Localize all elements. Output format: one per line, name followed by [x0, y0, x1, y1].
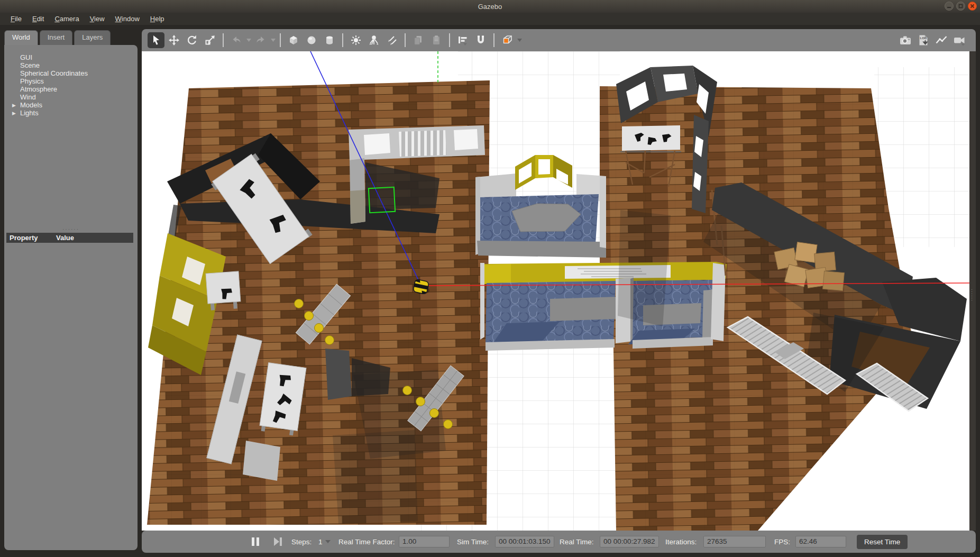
gazebo-window: { "window": { "title": "Gazebo", "contro… [0, 0, 980, 557]
menu-camera[interactable]: Camera [49, 14, 84, 24]
title-bar: Gazebo [0, 0, 980, 13]
menu-file[interactable]: File [5, 14, 27, 24]
dropdown-caret-icon [246, 39, 251, 42]
minimize-button[interactable] [945, 2, 954, 11]
steps-label: Steps: [291, 538, 312, 546]
main-area: LOG [142, 29, 976, 531]
rtf-label: Real Time Factor: [338, 538, 395, 546]
rtf-value-field[interactable]: 1.00 [399, 536, 450, 547]
rotate-icon [186, 34, 198, 47]
paste-button[interactable] [428, 32, 445, 48]
menu-bar: File Edit Camera View Window Help [0, 13, 980, 25]
copy-button[interactable] [410, 32, 427, 48]
rotate-tool-button[interactable] [184, 32, 200, 48]
property-column-header: Property [6, 233, 55, 243]
point-light-button[interactable] [347, 32, 364, 48]
toolbar-separator [493, 33, 494, 47]
gray-table [550, 297, 618, 321]
pause-button[interactable] [250, 531, 261, 553]
close-icon [970, 4, 975, 8]
scale-tool-button[interactable] [202, 32, 218, 48]
toolbar-separator [405, 33, 406, 47]
expand-arrow-icon[interactable]: ▶ [12, 102, 16, 109]
view-angle-cube-icon [500, 33, 514, 47]
tree-item-wind[interactable]: Wind [4, 93, 138, 101]
menu-view[interactable]: View [85, 14, 110, 24]
reset-time-button[interactable]: Reset Time [857, 535, 908, 549]
render-viewport[interactable] [142, 51, 969, 531]
translate-tool-button[interactable] [166, 32, 182, 48]
blue-carpet-rooms-lower [480, 262, 727, 351]
plot-button[interactable] [933, 32, 950, 48]
undo-history-button[interactable] [245, 32, 252, 48]
dropdown-caret-icon [271, 39, 276, 42]
maximize-icon [958, 4, 963, 8]
tree-item-atmosphere[interactable]: Atmosphere [4, 85, 138, 93]
tab-insert[interactable]: Insert [40, 30, 73, 45]
spot-light-button[interactable] [365, 32, 382, 48]
fps-label: FPS: [774, 538, 790, 546]
redo-icon [254, 34, 267, 47]
insert-sphere-button[interactable] [303, 32, 320, 48]
scene-3d [142, 51, 969, 531]
redo-button[interactable] [252, 32, 269, 48]
snap-tool-button[interactable] [472, 32, 489, 48]
step-button[interactable] [272, 531, 283, 553]
toolbar-separator [280, 33, 281, 47]
toolbar-separator [342, 33, 343, 47]
record-video-button[interactable] [951, 32, 968, 48]
align-icon [456, 34, 469, 47]
menu-help[interactable]: Help [145, 14, 170, 24]
world-tree-panel: GUI Scene Spherical Coordinates Physics … [4, 45, 138, 550]
select-tool-button[interactable] [148, 32, 164, 48]
directional-light-button[interactable] [383, 32, 400, 48]
tab-world[interactable]: World [4, 30, 38, 45]
toolbar-right-group: LOG [896, 32, 968, 48]
svg-text:LOG: LOG [920, 36, 927, 40]
menu-edit[interactable]: Edit [27, 14, 49, 24]
real-time-value-field: 00 00:00:27.982 [600, 536, 659, 547]
undo-button[interactable] [228, 32, 245, 48]
tree-item-physics[interactable]: Physics [4, 77, 138, 85]
cylinder-icon [323, 34, 336, 47]
close-button[interactable] [968, 2, 977, 11]
view-angle-button[interactable] [499, 32, 516, 48]
view-angle-dropdown[interactable] [516, 32, 523, 48]
status-bar: Steps: 1 Real Time Factor: 1.00 Sim Time… [142, 531, 976, 553]
directional-light-icon [386, 34, 398, 47]
scale-icon [204, 34, 216, 47]
iterations-label: Iterations: [665, 538, 697, 546]
world-panel: World Insert Layers GUI Scene Spherical … [4, 30, 138, 550]
screenshot-button[interactable] [897, 32, 914, 48]
right-panel-splitter[interactable]: ······ [969, 51, 976, 531]
steps-stepper[interactable]: 1 [318, 531, 331, 553]
tree-item-lights[interactable]: ▶Lights [4, 109, 138, 117]
insert-cylinder-button[interactable] [321, 32, 338, 48]
panel-splitter[interactable]: ······ [4, 228, 138, 231]
point-light-icon [350, 34, 362, 47]
sphere-icon [305, 34, 318, 47]
maximize-button[interactable] [956, 2, 965, 11]
toolbar-separator [449, 33, 450, 47]
world-tree: GUI Scene Spherical Coordinates Physics … [4, 45, 138, 117]
redo-history-button[interactable] [270, 32, 276, 48]
insert-box-button[interactable] [285, 32, 302, 48]
tree-item-spherical-coordinates[interactable]: Spherical Coordinates [4, 69, 138, 77]
align-tool-button[interactable] [454, 32, 471, 48]
menu-window[interactable]: Window [110, 14, 145, 24]
toolbar-separator [223, 33, 224, 47]
property-table-header: Property Value [6, 233, 133, 243]
expand-arrow-icon[interactable]: ▶ [12, 109, 16, 117]
step-forward-icon [272, 536, 283, 547]
toolbar: LOG [142, 29, 976, 51]
data-logger-button[interactable]: LOG [915, 32, 932, 48]
tree-item-gui[interactable]: GUI [4, 53, 138, 61]
steps-caret-icon [325, 540, 331, 543]
sim-time-label: Sim Time: [457, 538, 489, 546]
tab-layers[interactable]: Layers [74, 30, 111, 45]
panel-tabs: World Insert Layers [4, 30, 111, 45]
tree-item-models[interactable]: ▶Models [4, 101, 138, 109]
steps-value: 1 [318, 538, 323, 546]
camera-icon [899, 33, 912, 47]
tree-item-scene[interactable]: Scene [4, 61, 138, 69]
